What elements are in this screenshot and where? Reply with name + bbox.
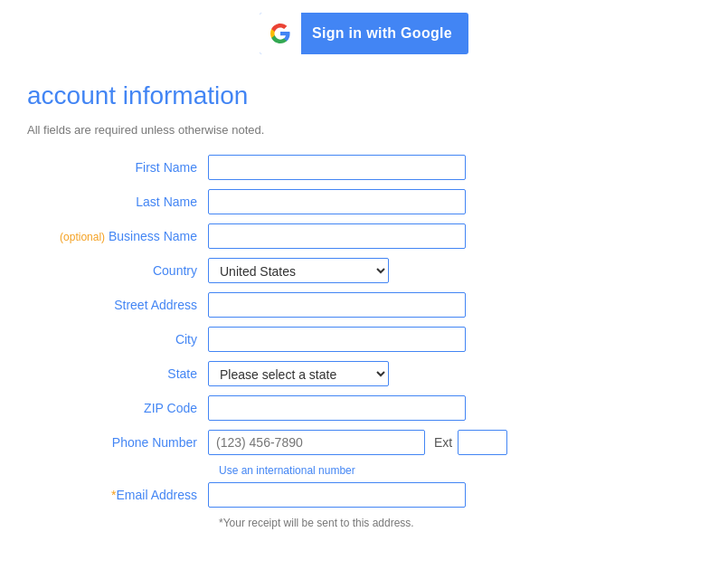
- country-select[interactable]: United States Canada United Kingdom Aust…: [208, 258, 389, 283]
- main-content: account information All fields are requi…: [0, 63, 728, 556]
- street-address-label: Street Address: [27, 298, 208, 312]
- google-sign-in-button[interactable]: Sign in with Google: [260, 13, 468, 54]
- phone-row-inputs: Ext: [208, 430, 507, 455]
- zip-code-label: ZIP Code: [27, 401, 208, 415]
- country-label: Country: [27, 263, 208, 278]
- last-name-input[interactable]: [208, 189, 466, 214]
- phone-ext-input[interactable]: [458, 430, 507, 455]
- street-address-input[interactable]: [208, 292, 466, 318]
- header: Sign in with Google: [0, 0, 728, 63]
- city-row: City: [27, 327, 701, 352]
- google-sign-in-label: Sign in with Google: [301, 25, 468, 42]
- city-label: City: [27, 332, 208, 347]
- country-row: Country United States Canada United King…: [27, 258, 701, 283]
- city-input[interactable]: [208, 327, 466, 352]
- google-g-icon-wrapper: [260, 13, 301, 54]
- state-row: State Please select a state Alabama Alas…: [27, 361, 701, 386]
- required-note: All fields are required unless otherwise…: [27, 123, 701, 137]
- state-select[interactable]: Please select a state Alabama Alaska Ari…: [208, 361, 389, 386]
- email-address-row: *Email Address: [27, 482, 701, 508]
- business-name-label: (optional) Business Name: [27, 229, 208, 243]
- first-name-input[interactable]: [208, 155, 466, 180]
- email-address-label: *Email Address: [27, 488, 208, 502]
- street-address-row: Street Address: [27, 292, 701, 318]
- business-name-label-text: Business Name: [109, 229, 197, 243]
- intl-number-link[interactable]: Use an international number: [208, 464, 701, 477]
- account-form: First Name Last Name (optional) Business…: [27, 155, 701, 529]
- phone-number-row: Phone Number Ext: [27, 430, 701, 455]
- business-name-input[interactable]: [208, 223, 466, 249]
- email-label-text: Email Address: [117, 488, 197, 502]
- page-title: account information: [27, 81, 701, 110]
- state-label: State: [27, 366, 208, 381]
- phone-number-label: Phone Number: [27, 435, 208, 450]
- receipt-note: *Your receipt will be sent to this addre…: [219, 517, 701, 529]
- phone-number-input[interactable]: [208, 430, 425, 455]
- email-address-input[interactable]: [208, 482, 466, 508]
- zip-code-row: ZIP Code: [27, 395, 701, 421]
- first-name-label: First Name: [27, 160, 208, 175]
- ext-label: Ext: [434, 435, 452, 450]
- first-name-row: First Name: [27, 155, 701, 180]
- last-name-row: Last Name: [27, 189, 701, 214]
- google-g-icon: [269, 23, 291, 44]
- zip-code-input[interactable]: [208, 395, 466, 421]
- last-name-label: Last Name: [27, 195, 208, 209]
- business-name-row: (optional) Business Name: [27, 223, 701, 249]
- optional-prefix: (optional): [60, 231, 105, 243]
